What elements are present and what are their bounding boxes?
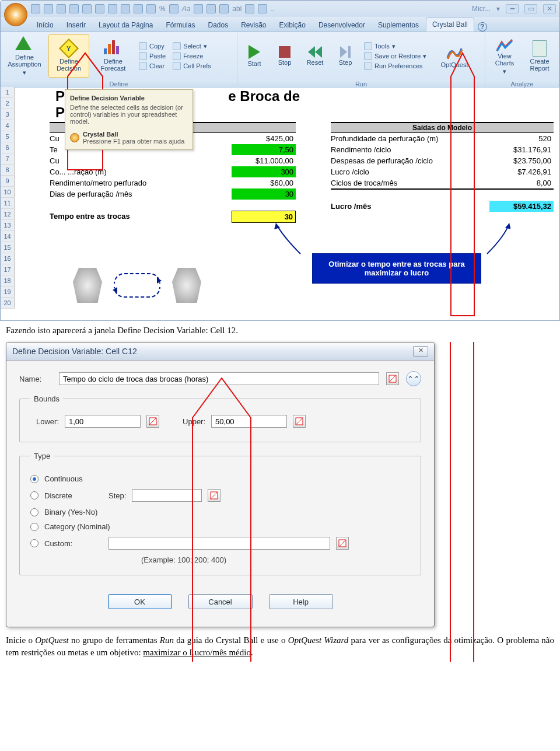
row-header[interactable]: 9 xyxy=(1,176,15,187)
row-header[interactable]: 3 xyxy=(1,109,15,120)
row-header[interactable]: 7 xyxy=(1,153,15,165)
step-input[interactable] xyxy=(132,489,202,502)
row-header[interactable]: 12 xyxy=(1,209,15,220)
input-value[interactable]: $60,00 xyxy=(232,177,296,188)
input-label: Cu xyxy=(50,133,60,144)
stop-button[interactable]: Stop xyxy=(271,34,298,78)
row-header[interactable]: 4 xyxy=(1,120,15,131)
collapse-button[interactable]: ⌃⌃ xyxy=(406,371,421,386)
tab-desenvolvedor[interactable]: Desenvolvedor xyxy=(313,19,371,32)
tab-layout[interactable]: Layout da Página xyxy=(93,19,159,32)
input-value[interactable]: 300 xyxy=(232,166,296,177)
qat-icon[interactable] xyxy=(108,4,117,13)
qat-icon[interactable] xyxy=(258,4,267,13)
clear-button[interactable]: Clear xyxy=(137,61,167,71)
name-input[interactable] xyxy=(59,372,379,385)
tab-suplementos[interactable]: Suplementos xyxy=(372,19,425,32)
tools-button[interactable]: Tools ▾ xyxy=(362,41,432,51)
upper-input[interactable] xyxy=(211,415,287,428)
office-orb[interactable] xyxy=(4,3,27,26)
freeze-button[interactable]: Freeze xyxy=(171,51,213,61)
tab-formulas[interactable]: Fórmulas xyxy=(160,19,201,32)
dialog-close-button[interactable]: ✕ xyxy=(413,346,428,357)
radio-custom[interactable]: Custom: xyxy=(30,537,410,550)
row-header[interactable]: 18 xyxy=(1,275,15,287)
row-header[interactable]: 14 xyxy=(1,231,15,242)
qat-icon[interactable] xyxy=(146,4,156,13)
name-ref-button[interactable] xyxy=(386,372,399,385)
start-button[interactable]: Start xyxy=(241,34,268,78)
qat-save-icon[interactable] xyxy=(31,4,40,13)
define-decision-button[interactable]: Y Define Decision xyxy=(48,34,89,78)
input-value[interactable]: 30 xyxy=(232,188,296,200)
output-value: $7.426,91 xyxy=(489,166,554,177)
tab-dados[interactable]: Dados xyxy=(202,19,234,32)
qat-undo-icon[interactable] xyxy=(44,4,53,13)
help-button[interactable]: Help xyxy=(269,594,333,609)
step-ref-button[interactable] xyxy=(208,489,220,502)
help-icon[interactable]: ? xyxy=(478,22,487,32)
upper-ref-button[interactable] xyxy=(293,415,306,428)
row-header[interactable]: 1 xyxy=(1,87,15,98)
row-header[interactable]: 11 xyxy=(1,198,15,209)
minimize-button[interactable]: ━ xyxy=(506,4,519,13)
qat-icon[interactable] xyxy=(121,4,130,13)
qat-icon[interactable] xyxy=(134,4,143,13)
lower-input[interactable] xyxy=(65,415,141,428)
qat-redo-icon[interactable] xyxy=(57,4,66,13)
reset-button[interactable]: Reset xyxy=(302,34,328,78)
run-preferences-button[interactable]: Run Preferences xyxy=(362,61,432,71)
cancel-button[interactable]: Cancel xyxy=(188,594,253,609)
save-restore-button[interactable]: Save or Restore ▾ xyxy=(362,51,432,61)
tab-inserir[interactable]: Inserir xyxy=(61,19,92,32)
optquest-button[interactable]: OptQuest xyxy=(436,34,473,78)
select-button[interactable]: Select ▾ xyxy=(171,41,213,51)
qat-icon[interactable] xyxy=(206,4,216,13)
cellprefs-button[interactable]: Cell Prefs xyxy=(171,61,213,71)
caption-2: Inicie o OptQuest no grupo de ferramenta… xyxy=(0,631,560,662)
input-value[interactable]: $11.000,00 xyxy=(232,155,296,166)
qat-icon[interactable] xyxy=(95,4,104,13)
row-header[interactable]: 19 xyxy=(1,287,15,298)
qat-icon[interactable] xyxy=(169,4,178,13)
tab-crystal-ball[interactable]: Crystal Ball xyxy=(426,18,474,32)
radio-binary[interactable]: Binary (Yes-No) xyxy=(30,508,410,516)
maximize-button[interactable]: ▭ xyxy=(524,4,537,13)
step-button[interactable]: Step xyxy=(332,34,359,78)
radio-discrete[interactable]: Discrete Step: xyxy=(30,489,410,502)
row-header[interactable]: 13 xyxy=(1,220,15,231)
custom-input[interactable] xyxy=(108,537,330,550)
input-value[interactable]: 7,50 xyxy=(232,144,296,155)
row-header[interactable]: 5 xyxy=(1,131,15,142)
qat-print-icon[interactable] xyxy=(69,4,79,13)
qat-icon[interactable] xyxy=(219,4,229,13)
row-header[interactable]: 15 xyxy=(1,242,15,253)
row-header[interactable]: 10 xyxy=(1,187,15,198)
input-value[interactable]: $425,00 xyxy=(232,133,296,144)
paste-button[interactable]: Paste xyxy=(137,51,167,61)
copy-button[interactable]: Copy xyxy=(137,41,167,51)
radio-continuous[interactable]: Continuous xyxy=(30,474,410,483)
row-header[interactable]: 2 xyxy=(1,98,15,109)
qat-icon[interactable] xyxy=(82,4,92,13)
ok-button[interactable]: OK xyxy=(108,594,172,609)
row-header[interactable]: 8 xyxy=(1,165,15,176)
define-assumption-button[interactable]: Define Assumption▾ xyxy=(4,34,45,78)
tab-revisao[interactable]: Revisão xyxy=(235,19,272,32)
qat-icon[interactable] xyxy=(245,4,254,13)
close-button[interactable]: ✕ xyxy=(543,4,556,13)
row-header[interactable]: 6 xyxy=(1,142,15,153)
row-header[interactable]: 17 xyxy=(1,264,15,275)
input-label: Rendimento/metro perfurado xyxy=(50,177,146,188)
view-charts-button[interactable]: View Charts ▾ xyxy=(489,34,520,78)
row-header[interactable]: 16 xyxy=(1,253,15,264)
qat-icon[interactable] xyxy=(194,4,203,13)
lower-ref-button[interactable] xyxy=(146,415,159,428)
row-header[interactable]: 20 xyxy=(1,298,15,309)
define-forecast-button[interactable]: Define Forecast xyxy=(93,34,134,78)
radio-category[interactable]: Category (Nominal) xyxy=(30,522,410,531)
create-report-button[interactable]: Create Report xyxy=(524,34,555,78)
tab-inicio[interactable]: Início xyxy=(31,19,60,32)
custom-ref-button[interactable] xyxy=(336,537,349,550)
tab-exibicao[interactable]: Exibição xyxy=(274,19,312,32)
